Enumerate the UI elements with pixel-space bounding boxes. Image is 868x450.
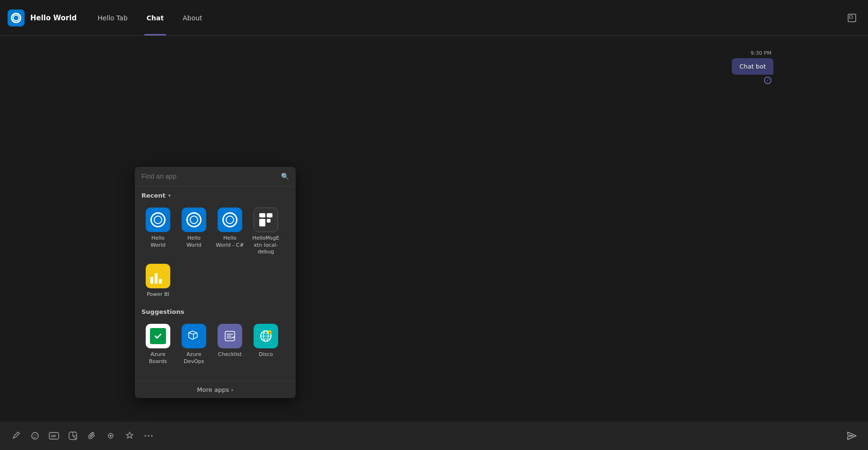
more-icon [144,435,153,437]
boards-checkmark-icon [150,328,166,344]
azure-devops-icon [187,329,201,343]
topbar: Hello World Hello Tab Chat About [0,0,868,36]
app-label-checklist: Checklist [218,351,242,358]
format-button[interactable] [8,427,25,444]
format-icon [12,432,20,440]
sticker-icon [69,432,77,440]
svg-text:✦: ✦ [269,331,271,334]
app-icon-disco: ✦ [254,324,278,348]
app-item-azure-boards[interactable]: Azure Boards [141,321,175,368]
app-icon-graphic [11,13,21,23]
app-icon-checklist [218,324,242,348]
app-label-hw1: Hello World [143,235,173,249]
checklist-icon [223,329,237,343]
svg-point-21 [151,435,153,437]
sticker-button[interactable] [64,427,81,444]
tab-chat[interactable]: Chat [137,0,173,35]
tab-about[interactable]: About [173,0,211,35]
app-label-powerbi: Power BI [147,291,169,298]
more-apps-row[interactable]: More apps › [135,381,296,398]
app-icon-azure-devops [182,324,206,348]
recent-apps-grid: Hello World Hello World Hello World - C# [141,205,289,301]
gif-icon: GIF [49,432,59,440]
suggested-apps-grid: Azure Boards Azure DevOps [141,321,289,368]
svg-point-11 [32,433,38,439]
app-item-hw1[interactable]: Hello World [141,205,175,258]
svg-point-19 [145,435,146,437]
svg-point-18 [110,435,112,437]
app-label-hw2: Hello World [179,235,209,249]
app-picker-search-bar: 🔍 [135,167,296,186]
app-item-disco[interactable]: ✦ Disco [249,321,282,368]
recent-section-header: Recent ▾ [141,192,289,199]
app-label-hellomsg: HelloMsgExtn local-debug [251,235,281,255]
app-picker-popup: 🔍 Recent ▾ Hello World [135,167,296,398]
chat-bubble: Chat bot [732,58,773,75]
app-item-azure-devops[interactable]: Azure DevOps [177,321,210,368]
recent-label: Recent [141,192,166,199]
nav-tabs: Hello Tab Chat About [88,0,211,35]
app-item-hw3[interactable]: Hello World - C# [213,205,246,258]
chat-timestamp: 9:30 PM [751,50,772,56]
praise-button[interactable] [121,427,138,444]
teams-icon-hw2 [186,212,202,227]
expand-icon [848,14,856,22]
more-apps-chevron-icon: › [231,386,233,393]
app-icon-hw2 [182,208,206,232]
app-icon-hw3 [218,208,242,232]
attach-icon [88,432,96,440]
app-icon-hw1 [146,208,170,232]
chat-bubble-footer: ✓ [764,77,772,84]
app-item-hw2[interactable]: Hello World [177,205,210,258]
suggestions-section-header: Suggestions [141,308,289,315]
expand-button[interactable] [843,9,860,26]
svg-point-12 [34,435,35,436]
more-options-button[interactable] [140,427,157,444]
app-icon-powerbi [146,264,170,288]
svg-rect-1 [850,16,852,18]
app-label-disco: Disco [259,351,273,358]
teams-icon-hw1 [150,212,166,227]
topbar-right [843,9,860,26]
emoji-button[interactable] [26,427,44,444]
app-title: Hello World [30,14,77,22]
praise-icon [125,432,134,440]
disco-globe-icon: ✦ [259,329,273,343]
loop-button[interactable] [102,427,119,444]
bottom-toolbar: GIF [0,422,868,450]
app-label-azure-devops: Azure DevOps [179,351,209,365]
attach-button[interactable] [83,427,100,444]
app-item-hellomsg[interactable]: HelloMsgExtn local-debug [249,205,282,258]
grid-icon-hellomsg [259,213,272,226]
gif-button[interactable]: GIF [45,427,62,444]
app-icon-hellomsg [254,208,278,232]
app-search-input[interactable] [141,173,281,180]
teams-icon-hw3 [222,212,237,227]
app-picker-content: Recent ▾ Hello World Hello World [135,186,296,381]
app-item-checklist[interactable]: Checklist [213,321,246,368]
send-button[interactable] [843,427,860,444]
more-apps-label: More apps [197,386,229,393]
tab-hello-tab[interactable]: Hello Tab [88,0,137,35]
recent-collapse-icon[interactable]: ▾ [168,193,171,198]
suggestions-label: Suggestions [141,308,184,315]
svg-point-13 [36,435,37,436]
app-label-azure-boards: Azure Boards [143,351,173,365]
svg-point-20 [148,435,149,437]
loop-icon [106,432,115,440]
app-icon-azure-boards [146,324,170,348]
app-label-hw3: Hello World - C# [215,235,245,249]
emoji-icon [31,432,39,440]
send-icon [847,431,857,441]
app-item-powerbi[interactable]: Power BI [141,261,175,301]
app-icon [8,9,25,26]
search-icon[interactable]: 🔍 [281,173,289,180]
chat-area: 9:30 PM Chat bot ✓ 🔍 Recent ▾ [0,36,868,422]
chat-bubble-container: 9:30 PM Chat bot ✓ [732,50,773,84]
powerbi-bars-icon [150,268,166,284]
read-receipt-icon: ✓ [764,77,772,84]
svg-text:GIF: GIF [51,434,56,438]
